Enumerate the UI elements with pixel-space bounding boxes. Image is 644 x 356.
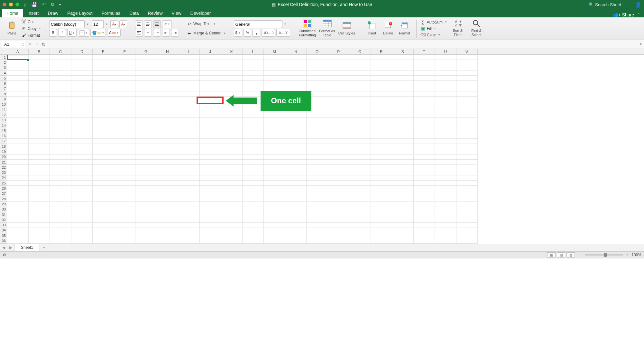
row-header[interactable]: 30 [0, 207, 7, 212]
cell[interactable] [243, 207, 264, 212]
cell[interactable] [435, 112, 456, 117]
cell[interactable] [200, 212, 221, 217]
cell[interactable] [371, 223, 392, 228]
cell[interactable] [392, 238, 414, 243]
comma-button[interactable]: ❟ [253, 29, 260, 37]
cell[interactable] [93, 76, 114, 81]
cell[interactable] [328, 70, 350, 76]
cell[interactable] [29, 191, 50, 196]
cell[interactable] [328, 217, 350, 222]
cell[interactable] [178, 207, 200, 212]
cell[interactable] [414, 118, 435, 123]
cell[interactable] [307, 207, 328, 212]
cell[interactable] [7, 128, 29, 133]
cell[interactable] [264, 118, 285, 123]
cell[interactable] [307, 70, 328, 76]
cell[interactable] [114, 97, 136, 102]
cell[interactable] [307, 81, 328, 86]
cell[interactable] [371, 133, 392, 138]
cell[interactable] [71, 60, 93, 65]
cell[interactable] [264, 165, 285, 170]
cell[interactable] [157, 123, 179, 128]
cell[interactable] [435, 201, 456, 207]
cell[interactable] [7, 91, 29, 97]
cell[interactable] [456, 86, 478, 91]
cell[interactable] [178, 191, 200, 196]
cell[interactable] [135, 102, 157, 107]
cell[interactable] [29, 149, 50, 154]
cell[interactable] [29, 112, 50, 117]
cell[interactable] [178, 128, 200, 133]
cell[interactable] [264, 196, 285, 201]
cell[interactable] [456, 149, 478, 154]
row-header[interactable]: 10 [0, 102, 7, 107]
cell[interactable] [371, 97, 392, 102]
cell[interactable] [50, 196, 71, 201]
cell[interactable] [221, 186, 243, 191]
cell[interactable] [157, 238, 179, 243]
cell[interactable] [71, 217, 93, 222]
cell[interactable] [285, 144, 307, 149]
cell[interactable] [307, 149, 328, 154]
cell[interactable] [349, 118, 371, 123]
cell[interactable] [243, 112, 264, 117]
cell[interactable] [285, 70, 307, 76]
cell[interactable] [392, 175, 414, 181]
cell[interactable] [71, 91, 93, 97]
cell[interactable] [29, 60, 50, 65]
cell[interactable] [50, 233, 71, 238]
cell[interactable] [456, 181, 478, 186]
font-size-dropdown[interactable]: ▼ [103, 20, 109, 28]
cell[interactable] [93, 91, 114, 97]
cell[interactable] [7, 233, 29, 238]
tab-formulas[interactable]: Formulas [97, 9, 125, 17]
cell[interactable] [349, 123, 371, 128]
cell[interactable] [29, 170, 50, 175]
cell[interactable] [93, 228, 114, 233]
column-header[interactable]: K [221, 49, 243, 54]
cell[interactable] [435, 123, 456, 128]
format-cells-button[interactable]: Format [397, 19, 412, 37]
cell[interactable] [71, 97, 93, 102]
cell[interactable] [264, 139, 285, 144]
cell[interactable] [93, 186, 114, 191]
cell[interactable] [178, 144, 200, 149]
cell[interactable] [456, 207, 478, 212]
cell[interactable] [135, 133, 157, 138]
cell[interactable] [221, 160, 243, 165]
cell[interactable] [200, 160, 221, 165]
cell[interactable] [285, 181, 307, 186]
cell[interactable] [29, 81, 50, 86]
cell[interactable] [157, 217, 179, 222]
fill-button[interactable]: ▣Fill▼ [420, 26, 447, 32]
sheet-nav-prev[interactable]: ◀ [0, 245, 7, 250]
column-header[interactable]: P [328, 49, 350, 54]
cell[interactable] [135, 139, 157, 144]
cell[interactable] [157, 91, 179, 97]
cell[interactable] [114, 112, 136, 117]
cell[interactable] [349, 217, 371, 222]
cell[interactable] [200, 128, 221, 133]
cell[interactable] [50, 201, 71, 207]
cell[interactable] [435, 81, 456, 86]
cell[interactable] [71, 144, 93, 149]
row-header[interactable]: 8 [0, 91, 7, 97]
cell[interactable] [392, 128, 414, 133]
cell[interactable] [371, 60, 392, 65]
cell[interactable] [414, 139, 435, 144]
row-header[interactable]: 6 [0, 81, 7, 86]
cell[interactable] [392, 133, 414, 138]
cell[interactable] [243, 144, 264, 149]
cell[interactable] [456, 217, 478, 222]
cell[interactable] [392, 144, 414, 149]
cell[interactable] [243, 118, 264, 123]
cell[interactable] [285, 233, 307, 238]
column-header[interactable]: H [157, 49, 179, 54]
cell[interactable] [71, 181, 93, 186]
cell[interactable] [178, 70, 200, 76]
cell[interactable] [456, 186, 478, 191]
cell[interactable] [200, 112, 221, 117]
cell[interactable] [414, 175, 435, 181]
cell[interactable] [307, 55, 328, 60]
cell[interactable] [349, 70, 371, 76]
